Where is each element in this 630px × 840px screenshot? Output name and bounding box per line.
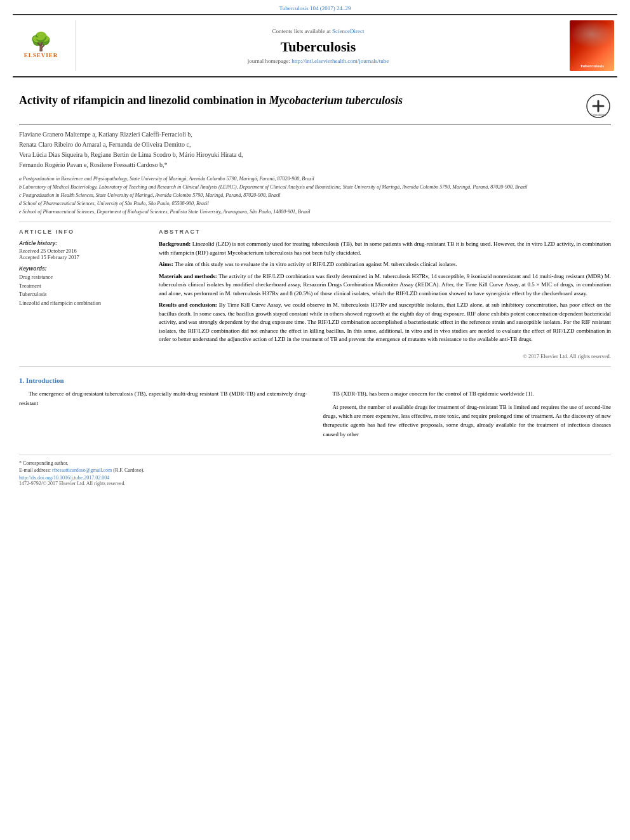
intro-para-1-left: The emergence of drug-resistant tubercul… (19, 389, 307, 408)
abstract-results: Results and conclusion: By Time Kill Cur… (159, 301, 611, 344)
article-title: Activity of rifampicin and linezolid com… (19, 93, 579, 108)
crossmark-icon[interactable]: CrossMark (586, 93, 611, 119)
introduction-body: The emergence of drug-resistant tubercul… (19, 389, 611, 439)
author-line-4: Fernando Rogério Pavan e, Rosilene Fress… (19, 160, 611, 170)
keyword-2: Treatment (19, 282, 146, 291)
author-line-2: Renata Claro Ribeiro do Amaral a, Fernan… (19, 140, 611, 150)
journal-header: 🌳 ELSEVIER Contents lists available at S… (13, 14, 617, 77)
background-text: Linezolid (LZD) is not commonly used for… (159, 241, 611, 256)
journal-title: Tuberculosis (281, 39, 356, 55)
main-content: 1. Introduction The emergence of drug-re… (19, 367, 611, 448)
history-label: Article history: (19, 240, 146, 246)
intro-para-2-right: At present, the number of available drug… (323, 403, 612, 439)
article-info-column: ARTICLE INFO Article history: Received 2… (19, 229, 146, 360)
sciencedirect-line: Contents lists available at ScienceDirec… (272, 28, 365, 34)
results-text: By Time Kill Curve Assay, we could obser… (159, 302, 611, 342)
background-bold: Background: (159, 241, 191, 247)
introduction-left-col: The emergence of drug-resistant tubercul… (19, 389, 307, 439)
content-area: Activity of rifampicin and linezolid com… (0, 77, 630, 493)
results-bold: Results and conclusion: (159, 302, 217, 308)
journal-homepage-link[interactable]: http://intl.elsevierhealth.com/journals/… (292, 58, 389, 64)
elsevier-logo: 🌳 ELSEVIER (13, 20, 76, 71)
aims-text: The aim of this study was to evaluate th… (175, 261, 457, 267)
keyword-3: Tuberculosis (19, 290, 146, 299)
affiliation-e: e School of Pharmaceutical Sciences, Dep… (19, 208, 611, 216)
elsevier-brand: ELSEVIER (24, 52, 58, 58)
affiliation-b: b Laboratory of Medical Bacteriology, La… (19, 183, 611, 191)
email-link[interactable]: rfressatticardoso@gmail.com (52, 467, 112, 473)
author-line-3: Vera Lúcia Dias Siqueira b, Regiane Bert… (19, 150, 611, 160)
doi-link[interactable]: http://dx.doi.org/10.1016/j.tube.2017.02… (19, 475, 611, 481)
article-title-section: Activity of rifampicin and linezolid com… (19, 84, 611, 124)
abstract-text: Background: Linezolid (LZD) is not commo… (159, 240, 611, 360)
keywords-list: Drug resistance Treatment Tuberculosis L… (19, 273, 146, 307)
introduction-right-col: TB (XDR-TB), has been a major concern fo… (323, 389, 612, 439)
keyword-1: Drug resistance (19, 273, 146, 282)
abstract-background: Background: Linezolid (LZD) is not commo… (159, 240, 611, 257)
keywords-label: Keywords: (19, 265, 146, 272)
intro-para-1-right: TB (XDR-TB), has been a major concern fo… (323, 389, 612, 398)
article-info-abstract: ARTICLE INFO Article history: Received 2… (19, 222, 611, 367)
abstract-aims: Aims: The aim of this study was to evalu… (159, 260, 611, 269)
authors-section: Flaviane Granero Maltempe a, Katiany Riz… (19, 124, 611, 173)
aims-bold: Aims: (159, 261, 173, 267)
rights-line: 1472-9792/© 2017 Elsevier Ltd. All right… (19, 481, 611, 486)
accepted-date: Accepted 15 February 2017 (19, 254, 146, 260)
footer-section: * Corresponding author. E-mail address: … (19, 455, 611, 486)
journal-homepage: journal homepage: http://intl.elsevierhe… (248, 58, 389, 64)
journal-thumbnail: Tuberculosis (566, 20, 617, 71)
article-info-label: ARTICLE INFO (19, 229, 146, 235)
abstract-label: ABSTRACT (159, 229, 611, 235)
sciencedirect-link[interactable]: ScienceDirect (332, 28, 364, 34)
journal-volume-link[interactable]: Tuberculosis 104 (2017) 24–29 (279, 5, 351, 11)
tuberculosis-thumb-image: Tuberculosis (570, 20, 614, 71)
affiliation-d: d School of Pharmaceutical Sciences, Uni… (19, 200, 611, 208)
page: Tuberculosis 104 (2017) 24–29 🌳 ELSEVIER… (0, 0, 630, 840)
email-footnote: E-mail address: rfressatticardoso@gmail.… (19, 467, 611, 473)
methods-text: The activity of the RIF/LZD combination … (159, 273, 611, 297)
introduction-title: 1. Introduction (19, 377, 611, 384)
received-date: Received 25 October 2016 (19, 248, 146, 254)
copyright-line: © 2017 Elsevier Ltd. All rights reserved… (159, 349, 611, 361)
keyword-4: Linezolid and rifampicin combination (19, 299, 146, 308)
thumb-label: Tuberculosis (580, 63, 604, 69)
affiliation-c: c Postgraduation in Health Sciences, Sta… (19, 192, 611, 199)
top-journal-link: Tuberculosis 104 (2017) 24–29 (0, 0, 630, 14)
affiliations-section: a Postgraduation in Bioscience and Physi… (19, 173, 611, 222)
abstract-column: ABSTRACT Background: Linezolid (LZD) is … (159, 229, 611, 360)
abstract-methods: Materials and methods: The activity of t… (159, 272, 611, 298)
elsevier-tree-icon: 🌳 (30, 33, 52, 51)
corresponding-author-note: * Corresponding author. (19, 460, 611, 466)
svg-text:CrossMark: CrossMark (591, 113, 607, 117)
journal-header-center: Contents lists available at ScienceDirec… (76, 20, 560, 71)
methods-bold: Materials and methods: (159, 273, 217, 279)
author-line-1: Flaviane Granero Maltempe a, Katiany Riz… (19, 130, 611, 140)
affiliation-a: a Postgraduation in Bioscience and Physi… (19, 175, 611, 183)
